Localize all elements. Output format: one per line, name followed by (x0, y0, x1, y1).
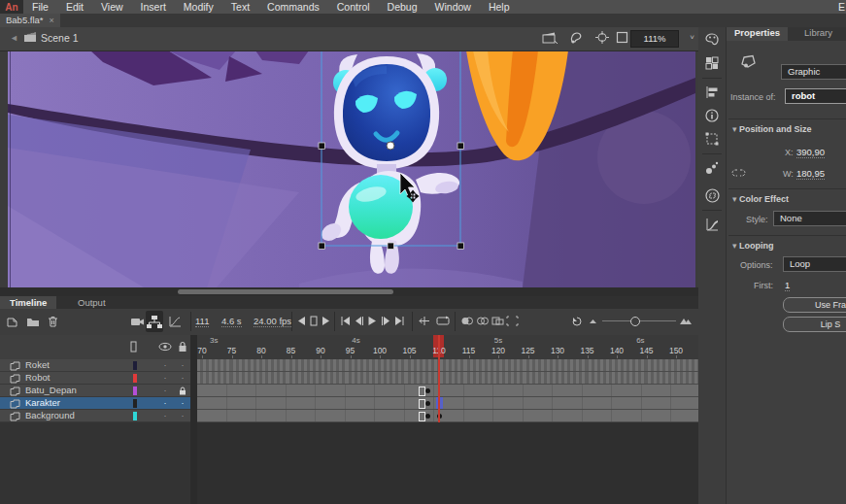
layer-visibility-toggle[interactable]: · (156, 385, 174, 396)
zoom-level-select[interactable]: 111% (630, 30, 679, 48)
swatches-panel-icon[interactable] (705, 56, 719, 70)
properties-tab-library[interactable]: Library (796, 25, 840, 41)
layer-row-batu_depan[interactable]: Batu_Depan· (0, 385, 698, 397)
zoom-dropdown-arrow[interactable]: ˅ (690, 33, 694, 42)
layer-lock-toggle[interactable]: · (174, 359, 191, 371)
layer-outline-color-swatch[interactable] (133, 374, 137, 383)
layer-name[interactable]: Karakter (25, 397, 60, 409)
align-panel-icon[interactable] (705, 85, 719, 99)
menu-item-insert[interactable]: Insert (132, 0, 175, 14)
color-panel-icon[interactable] (705, 33, 719, 47)
edit-multiple-frames-button[interactable] (491, 316, 504, 326)
modify-markers-button[interactable] (506, 316, 519, 326)
menu-item-commands[interactable]: Commands (258, 0, 328, 14)
step-forward-one-frame-button[interactable] (381, 316, 391, 326)
center-stage-icon[interactable] (595, 31, 609, 44)
current-frame-value[interactable]: 111 (195, 316, 209, 327)
position-size-section-header[interactable]: Position and Size (732, 124, 812, 134)
onion-skin-button[interactable] (460, 316, 473, 326)
delete-layer-button[interactable] (48, 316, 58, 327)
x-value[interactable]: 390,90 (796, 147, 825, 158)
layer-visibility-toggle[interactable]: · (156, 410, 174, 421)
new-layer-button[interactable] (6, 316, 18, 327)
layer-frames-karakter[interactable] (197, 397, 698, 410)
frame-rate-value[interactable]: 24.00 fps (254, 316, 291, 327)
menu-item-file[interactable]: File (23, 0, 57, 14)
timeline-tab-timeline[interactable]: Timeline (0, 296, 56, 309)
current-frame-marker-button[interactable] (310, 316, 318, 326)
first-frame-value[interactable]: 1 (785, 280, 790, 291)
transform-panel-icon[interactable] (705, 132, 719, 146)
layer-lock-icon[interactable] (179, 386, 186, 395)
edit-scene-icon[interactable] (542, 31, 558, 44)
scene-name[interactable]: Scene 1 (41, 32, 79, 44)
layer-row-roket[interactable]: Roket·· (0, 359, 698, 372)
frame-ruler[interactable]: 3s4s5s6s70758085909510010511011512012513… (197, 335, 698, 359)
layer-outline-color-swatch[interactable] (133, 399, 137, 408)
w-value[interactable]: 180,95 (796, 168, 825, 180)
step-forward-button[interactable] (321, 316, 330, 326)
use-frame-picker-button[interactable]: Use Fra (783, 297, 846, 313)
menu-item-window[interactable]: Window (426, 0, 480, 14)
properties-tab-properties[interactable]: Properties (727, 25, 788, 41)
menu-item-debug[interactable]: Debug (379, 0, 426, 14)
close-tab-icon[interactable]: × (50, 14, 54, 27)
frame-picker-panel-icon[interactable] (705, 161, 719, 175)
show-tween-graph-button[interactable] (168, 316, 182, 327)
outline-column-icon[interactable] (130, 341, 137, 353)
layer-frames-roket[interactable] (197, 359, 698, 372)
keyframe-dot[interactable] (425, 388, 430, 393)
layer-outline-color-swatch[interactable] (133, 361, 137, 370)
layer-row-robot[interactable]: Robot·· (0, 372, 698, 385)
lip-syncing-button[interactable]: Lip S (783, 317, 846, 332)
layer-lock-toggle[interactable]: · (174, 397, 191, 409)
frame-span-end-marker[interactable] (419, 386, 425, 396)
stage-canvas[interactable] (8, 50, 695, 287)
edit-symbols-icon[interactable] (569, 31, 583, 44)
center-playhead-button[interactable] (419, 316, 430, 326)
timeline-zoom-slider-thumb[interactable] (630, 317, 640, 326)
scrollbar-thumb[interactable] (178, 289, 393, 294)
elapsed-time-value[interactable]: 4.6 s (221, 316, 242, 327)
layer-frames-robot[interactable] (197, 372, 698, 385)
visibility-column-eye-icon[interactable] (158, 342, 172, 352)
menu-item-view[interactable]: View (92, 0, 132, 14)
stage-viewport[interactable] (0, 50, 698, 287)
clip-content-icon[interactable] (616, 31, 628, 44)
transform-point[interactable] (387, 142, 394, 150)
layer-outline-color-swatch[interactable] (133, 386, 137, 395)
zoom-in-timeline-icon[interactable] (680, 316, 693, 326)
frame-span-end-marker[interactable] (419, 399, 425, 409)
layer-parenting-button[interactable] (146, 311, 163, 332)
symbol-type-select[interactable]: Graphic (781, 64, 846, 80)
frame-span-end-marker[interactable] (419, 412, 425, 421)
timeline-tab-output[interactable]: Output (68, 296, 116, 309)
menu-item-help[interactable]: Help (480, 0, 519, 14)
layer-name[interactable]: Batu_Depan (25, 385, 77, 396)
menu-item-modify[interactable]: Modify (175, 0, 222, 14)
layer-frames-background[interactable] (197, 410, 698, 422)
layer-lock-toggle[interactable]: · (174, 410, 191, 421)
layer-lock-toggle[interactable]: · (174, 372, 191, 384)
looping-section-header[interactable]: Looping (732, 241, 774, 251)
layer-name[interactable]: Robot (25, 372, 50, 384)
go-to-first-frame-button[interactable] (340, 316, 351, 326)
playhead-line[interactable] (438, 335, 440, 422)
menu-item-text[interactable]: Text (222, 0, 258, 14)
zoom-out-timeline-icon[interactable] (589, 316, 597, 325)
new-folder-button[interactable] (26, 316, 40, 327)
color-style-select[interactable]: None (773, 211, 846, 226)
step-back-button[interactable] (297, 316, 306, 326)
keyframe-dot[interactable] (425, 414, 430, 419)
menu-item-edit[interactable]: Edit (57, 0, 92, 14)
layer-visibility-toggle[interactable]: · (156, 359, 174, 371)
play-button[interactable] (367, 316, 377, 326)
layer-outline-color-swatch[interactable] (133, 412, 137, 420)
layer-visibility-toggle[interactable]: · (156, 397, 174, 409)
onion-skin-outlines-button[interactable] (476, 316, 489, 326)
document-tab[interactable]: Bab5.fla* × (0, 14, 60, 27)
motion-editor-panel-icon[interactable] (705, 218, 719, 231)
reset-timeline-zoom-button[interactable] (571, 316, 583, 326)
layer-name[interactable]: Roket (25, 359, 50, 371)
menu-item-control[interactable]: Control (328, 0, 379, 14)
